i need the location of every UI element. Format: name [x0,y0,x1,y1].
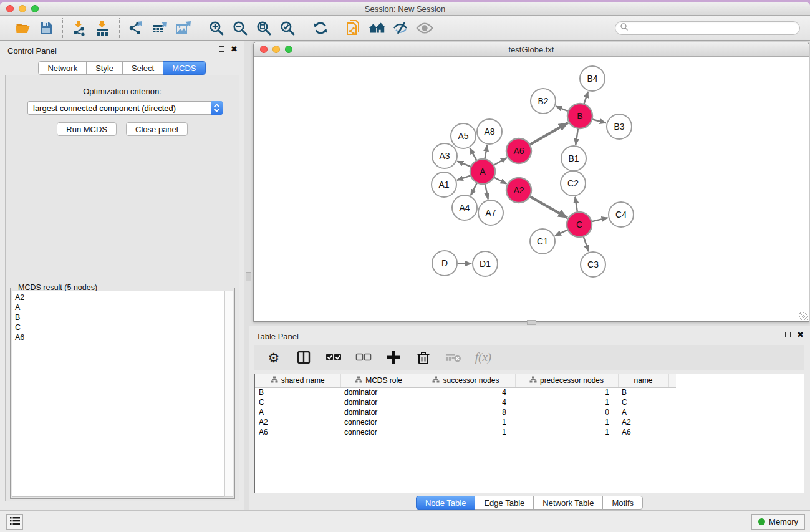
cell-successor-nodes[interactable]: 8 [417,407,515,417]
cell-predecessor-nodes[interactable]: 0 [515,407,618,417]
control-panel-tabs: NetworkStyleSelectMCDS [0,61,244,75]
optimization-criterion-select[interactable]: largest connected component (directed) [27,101,223,115]
cell-name[interactable]: A [618,407,668,417]
export-image-icon[interactable] [175,19,192,37]
tab-network-table[interactable]: Network Table [533,496,603,510]
add-column-icon[interactable] [385,349,402,365]
close-table-panel-icon[interactable]: ✖ [797,332,804,337]
result-item[interactable]: A [15,302,224,312]
zoom-out-icon[interactable] [231,19,249,37]
cell-MCDS-role[interactable]: dominator [340,407,417,417]
cell-MCDS-role[interactable]: connector [340,427,417,437]
show-selected-icon[interactable] [416,19,433,37]
import-table-icon[interactable] [94,19,112,37]
cell-shared-name[interactable]: A2 [255,417,340,427]
cell-empty [668,407,676,417]
run-mcds-button[interactable]: Run MCDS [57,122,117,136]
zoom-fit-icon[interactable] [255,19,272,37]
node-table[interactable]: shared nameMCDS rolesuccessor nodesprede… [254,374,804,493]
column-header-predecessor-nodes[interactable]: predecessor nodes [515,374,618,387]
tab-edge-table[interactable]: Edge Table [475,496,534,510]
status-bar: Memory [0,510,810,532]
float-panel-icon[interactable] [219,46,224,52]
tab-style[interactable]: Style [86,61,123,75]
column-view-icon[interactable] [296,349,312,365]
table-row[interactable]: A2connector11A2 [255,417,676,427]
column-header-name[interactable]: name [618,374,668,387]
gear-icon[interactable]: ⚙ [266,349,282,365]
column-header-successor-nodes[interactable]: successor nodes [417,374,515,387]
tab-network[interactable]: Network [38,61,87,75]
cell-shared-name[interactable]: C [255,397,340,407]
zoom-in-icon[interactable] [208,19,225,37]
cell-successor-nodes[interactable]: 1 [417,417,515,427]
tab-select[interactable]: Select [122,61,163,75]
result-scrollbar[interactable] [224,291,233,497]
task-history-button[interactable] [6,514,23,530]
result-item[interactable]: A6 [15,332,224,342]
cell-shared-name[interactable]: A6 [255,427,340,437]
result-item[interactable]: C [15,322,224,332]
network-window-titlebar[interactable]: testGlobe.txt [254,42,809,57]
refresh-icon[interactable] [312,19,329,37]
hide-selected-icon[interactable] [392,19,410,37]
select-all-columns-icon[interactable] [325,349,342,365]
tab-mcds[interactable]: MCDS [163,61,205,75]
mcds-result-list[interactable]: A2ABCA6 [12,291,224,497]
open-session-icon[interactable] [14,19,31,37]
table-toolbar: ⚙f(x) [254,345,804,370]
cell-predecessor-nodes[interactable]: 1 [515,417,618,427]
cell-name[interactable]: B [618,387,668,397]
cell-MCDS-role[interactable]: dominator [340,397,417,407]
node-label-A3: A3 [439,151,450,161]
close-panel-button[interactable]: Close panel [126,122,188,136]
network-graph[interactable]: AA1A2A3A4A5A6A7A8BB1B2B3B4CC1C2C3C4DD1 [254,57,808,321]
cell-name[interactable]: C [618,397,668,407]
result-item[interactable]: B [15,312,224,322]
toolbar-group [304,18,337,38]
float-table-panel-icon[interactable] [785,332,791,337]
cell-shared-name[interactable]: A [255,407,340,417]
table-row[interactable]: Adominator80A [255,407,676,417]
cell-shared-name[interactable]: B [255,387,340,397]
import-network-icon[interactable] [70,19,88,37]
toolbar-group [337,18,441,38]
network-canvas[interactable]: AA1A2A3A4A5A6A7A8BB1B2B3B4CC1C2C3C4DD1 [254,57,808,321]
cell-name[interactable]: A6 [618,427,668,437]
zoom-selected-icon[interactable] [279,19,296,37]
node-label-C1: C1 [537,236,548,246]
table-row[interactable]: A6connector11A6 [255,427,676,437]
vertical-splitter-handle[interactable] [246,272,251,281]
cell-name[interactable]: A2 [618,417,668,427]
search-box[interactable] [615,21,800,35]
close-panel-icon[interactable]: ✖ [231,46,238,52]
window-resize-grip[interactable] [799,312,808,320]
table-row[interactable]: Bdominator41B [255,387,676,397]
export-table-icon[interactable] [151,19,168,37]
deselect-all-columns-icon[interactable] [355,349,372,365]
column-header-MCDS-role[interactable]: MCDS role [340,374,417,387]
show-all-networks-icon[interactable] [369,19,386,37]
tab-node-table[interactable]: Node Table [416,496,476,510]
save-session-icon[interactable] [37,19,55,37]
cell-MCDS-role[interactable]: dominator [340,387,417,397]
memory-button[interactable]: Memory [751,514,805,530]
node-label-C4: C4 [615,210,627,220]
cell-successor-nodes[interactable]: 1 [417,427,515,437]
cell-successor-nodes[interactable]: 4 [417,397,515,407]
cell-predecessor-nodes[interactable]: 1 [515,427,618,437]
cell-predecessor-nodes[interactable]: 1 [515,397,618,407]
node-label-C3: C3 [587,259,599,269]
cell-successor-nodes[interactable]: 4 [417,387,515,397]
search-input[interactable] [629,22,799,34]
export-network-icon[interactable] [127,19,145,37]
clone-network-icon[interactable] [345,19,362,37]
table-row[interactable]: Cdominator41C [255,397,676,407]
cell-MCDS-role[interactable]: connector [340,417,417,427]
result-item[interactable]: A2 [15,293,224,302]
horizontal-splitter-handle[interactable] [527,320,536,325]
cell-predecessor-nodes[interactable]: 1 [515,387,618,397]
tab-motifs[interactable]: Motifs [602,496,643,510]
delete-column-icon[interactable] [415,349,432,365]
column-header-shared-name[interactable]: shared name [255,374,340,387]
